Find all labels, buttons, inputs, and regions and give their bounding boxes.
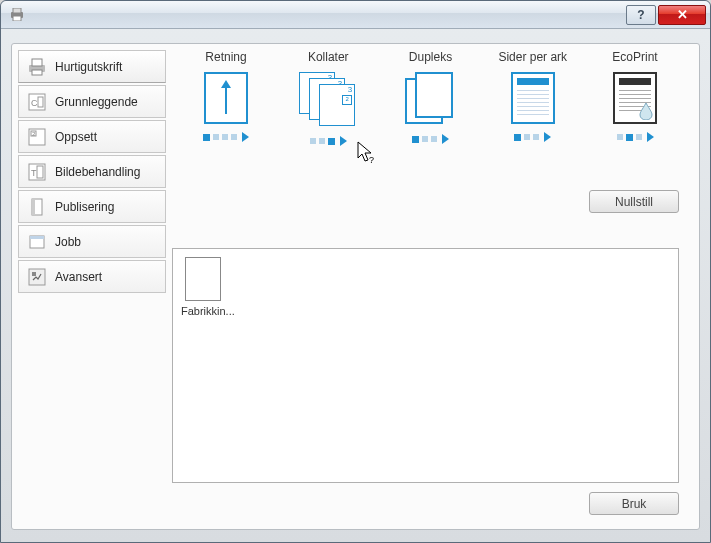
- orientation-icon: [204, 72, 248, 124]
- svg-rect-16: [32, 199, 35, 215]
- job-icon: [27, 232, 47, 252]
- sidebar-item-label: Hurtigutskrift: [55, 60, 122, 74]
- option-label: Sider per ark: [483, 50, 583, 64]
- reset-button[interactable]: Nullstill: [589, 190, 679, 213]
- publish-icon: [27, 197, 47, 217]
- option-pager: [585, 132, 685, 142]
- sidebar-item-label: Grunnleggende: [55, 95, 138, 109]
- basic-icon: C: [27, 92, 47, 112]
- option-label: Dupleks: [381, 50, 481, 64]
- collate-icon: 32 32 32: [299, 72, 357, 128]
- profile-thumb-icon: [185, 257, 221, 301]
- option-label: Kollater: [278, 50, 378, 64]
- option-pager: [483, 132, 583, 142]
- profile-name: Fabrikkin...: [181, 305, 225, 317]
- sidebar-item-label: Publisering: [55, 200, 114, 214]
- svg-text:T: T: [31, 168, 37, 178]
- duplex-icon: [405, 72, 457, 126]
- advanced-icon: [27, 267, 47, 287]
- imaging-icon: T: [27, 162, 47, 182]
- help-button[interactable]: ?: [626, 5, 656, 25]
- svg-rect-18: [30, 236, 44, 239]
- quickprint-panel: Retning Kollater 32 32 32: [172, 50, 689, 519]
- sidebar: Hurtigutskrift C Grunnleggende 2 Oppsett…: [18, 50, 166, 293]
- sidebar-item-label: Jobb: [55, 235, 81, 249]
- option-retning[interactable]: Retning: [176, 50, 276, 146]
- dialog-window: ? ✕ Hurtigutskrift C Grunnleggende 2: [0, 0, 711, 543]
- sidebar-item-oppsett[interactable]: 2 Oppsett: [18, 120, 166, 153]
- option-label: EcoPrint: [585, 50, 685, 64]
- svg-rect-2: [13, 16, 21, 21]
- option-pager: [278, 136, 378, 146]
- svg-rect-19: [29, 269, 45, 285]
- option-ecoprint[interactable]: EcoPrint: [585, 50, 685, 146]
- ecoprint-icon: [613, 72, 657, 124]
- pages-per-sheet-icon: [511, 72, 555, 124]
- svg-text:C: C: [31, 98, 38, 108]
- layout-icon: 2: [27, 127, 47, 147]
- option-dupleks[interactable]: Dupleks: [381, 50, 481, 146]
- option-pager: [381, 134, 481, 144]
- svg-rect-5: [32, 70, 42, 75]
- content-panel: Hurtigutskrift C Grunnleggende 2 Oppsett…: [11, 43, 700, 530]
- profile-item[interactable]: Fabrikkin...: [181, 257, 225, 317]
- sidebar-item-publisering[interactable]: Publisering: [18, 190, 166, 223]
- droplet-icon: [639, 102, 653, 120]
- profiles-box: Fabrikkin...: [172, 248, 679, 483]
- svg-rect-4: [32, 59, 42, 66]
- sidebar-item-jobb[interactable]: Jobb: [18, 225, 166, 258]
- option-pager: [176, 132, 276, 142]
- sidebar-item-label: Avansert: [55, 270, 102, 284]
- sidebar-item-label: Oppsett: [55, 130, 97, 144]
- sidebar-item-hurtigutskrift[interactable]: Hurtigutskrift: [18, 50, 166, 83]
- option-label: Retning: [176, 50, 276, 64]
- sidebar-item-avansert[interactable]: Avansert: [18, 260, 166, 293]
- sidebar-item-grunnleggende[interactable]: C Grunnleggende: [18, 85, 166, 118]
- sidebar-item-bildebehandling[interactable]: T Bildebehandling: [18, 155, 166, 188]
- sidebar-item-label: Bildebehandling: [55, 165, 140, 179]
- close-button[interactable]: ✕: [658, 5, 706, 25]
- apply-button[interactable]: Bruk: [589, 492, 679, 515]
- svg-rect-1: [13, 8, 21, 13]
- printer-icon: [9, 8, 25, 21]
- option-sider-per-ark[interactable]: Sider per ark: [483, 50, 583, 146]
- titlebar: ? ✕: [1, 1, 710, 29]
- option-kollater[interactable]: Kollater 32 32 32: [278, 50, 378, 146]
- options-row: Retning Kollater 32 32 32: [172, 50, 689, 146]
- quickprint-icon: [27, 57, 47, 77]
